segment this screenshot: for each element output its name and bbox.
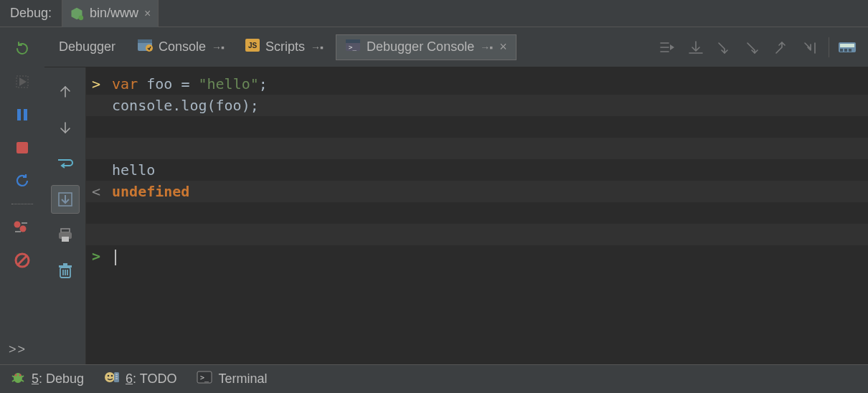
step-out-icon[interactable] [771,37,793,58]
separator [829,37,829,57]
tab-debugger-console-label: Debugger Console [367,39,474,55]
debug-process-tab[interactable]: bin/www × [62,0,159,27]
show-execution-point-icon[interactable] [656,37,678,58]
gutter [89,159,103,181]
prompt-input[interactable] [103,245,116,267]
svg-point-56 [111,375,113,377]
gutter [89,95,103,116]
tool-window-bar: 5: Debug 6: TODO >_ Terminal [0,364,868,393]
svg-rect-9 [22,222,27,224]
history-down-button[interactable] [51,113,80,142]
clear-all-button[interactable] [51,257,80,285]
step-into-icon[interactable] [714,37,735,58]
stdout-text: hello [103,159,155,181]
debug-shortcut-key: 5 [32,371,39,386]
debug-action-toolbar [0,27,44,364]
debug-title: Debug: [10,6,57,21]
code: var foo = "hello"; [103,73,268,95]
terminal-label: Terminal [218,371,267,387]
svg-text:JS: JS [248,42,258,49]
console-blank-line [86,224,868,245]
svg-point-1 [79,15,84,20]
stop-button[interactable] [11,136,34,159]
close-icon[interactable]: × [144,7,151,20]
force-step-into-icon[interactable] [742,37,764,58]
svg-point-7 [14,222,21,228]
debug-tabs: Debugger Console →▪ JS Scripts →▪ >_ [44,27,868,67]
use-soft-wraps-button[interactable] [51,149,80,178]
svg-point-47 [14,373,22,383]
tab-console[interactable]: Console →▪ [128,34,232,60]
svg-rect-46 [63,263,67,265]
print-button[interactable] [51,221,80,250]
console-input-line: > var foo = "hello"; [86,73,868,95]
step-toolbar [656,37,862,58]
tab-console-label: Console [159,39,206,55]
return-value: undefined [103,181,189,202]
pause-button[interactable] [11,103,34,126]
view-breakpoints-button[interactable] [11,216,34,239]
tab-debugger-console[interactable]: >_ Debugger Console →▪ × [336,34,516,60]
svg-marker-24 [670,44,674,50]
svg-point-54 [105,372,115,382]
code: console.log(foo); [103,95,259,116]
console-tab-icon [137,39,153,55]
svg-text:>_: >_ [200,374,209,382]
rerun-button[interactable] [11,37,34,60]
restart-button[interactable] [11,169,34,192]
svg-rect-31 [840,49,843,52]
debugger-console[interactable]: > var foo = "hello"; console.log(foo); h… [86,67,868,364]
evaluate-expression-icon[interactable] [836,37,858,58]
run-to-cursor-icon[interactable] [800,37,821,58]
pin-icon[interactable]: →▪ [480,42,492,53]
svg-point-55 [108,375,110,377]
tab-scripts-label: Scripts [265,39,305,55]
expand-icon[interactable]: >> [9,342,27,357]
pin-icon[interactable]: →▪ [212,42,224,53]
scroll-to-end-button[interactable] [51,185,80,214]
tab-scripts[interactable]: JS Scripts →▪ [237,34,331,60]
terminal-tab-icon: >_ [345,39,361,55]
svg-rect-10 [15,231,21,232]
debug-header: Debug: bin/www × [0,0,868,27]
svg-point-49 [19,374,22,377]
todo-icon [104,370,120,388]
mute-breakpoints-button[interactable] [11,249,34,272]
console-blank-line [86,138,868,159]
svg-rect-5 [24,109,27,120]
svg-point-48 [15,374,17,377]
toolwindow-debug[interactable]: 5: Debug [10,370,84,388]
svg-rect-45 [59,265,72,267]
toolwindow-todo[interactable]: 6: TODO [104,370,176,388]
svg-rect-6 [16,142,28,153]
terminal-icon: >_ [197,371,212,387]
bug-icon [10,370,26,388]
console-input-line: console.log(foo); [86,95,868,116]
debug-label: : Debug [39,371,84,386]
console-side-toolbar [44,67,86,364]
console-prompt-line[interactable]: > [86,245,868,267]
separator [11,204,33,204]
toolwindow-terminal[interactable]: >_ Terminal [197,371,267,387]
nodejs-icon [70,6,84,21]
todo-label: : TODO [133,371,176,386]
debug-body: Debugger Console →▪ JS Scripts →▪ >_ [0,27,868,364]
svg-line-53 [22,380,24,382]
tab-debugger[interactable]: Debugger [50,34,124,60]
pin-icon[interactable]: →▪ [311,42,323,53]
close-icon[interactable]: × [499,39,507,55]
svg-line-52 [12,380,14,382]
input-marker: > [89,73,103,95]
resume-button[interactable] [11,70,34,93]
svg-rect-57 [114,372,119,382]
console-output-line: hello [86,159,868,181]
history-up-button[interactable] [51,77,80,106]
svg-rect-38 [61,229,70,232]
svg-rect-14 [138,39,152,43]
step-over-icon[interactable] [685,37,707,58]
svg-rect-33 [849,49,852,52]
js-icon: JS [245,39,260,55]
console-panel: > var foo = "hello"; console.log(foo); h… [44,67,868,364]
svg-rect-4 [17,109,21,120]
debug-process-label: bin/www [90,6,138,21]
